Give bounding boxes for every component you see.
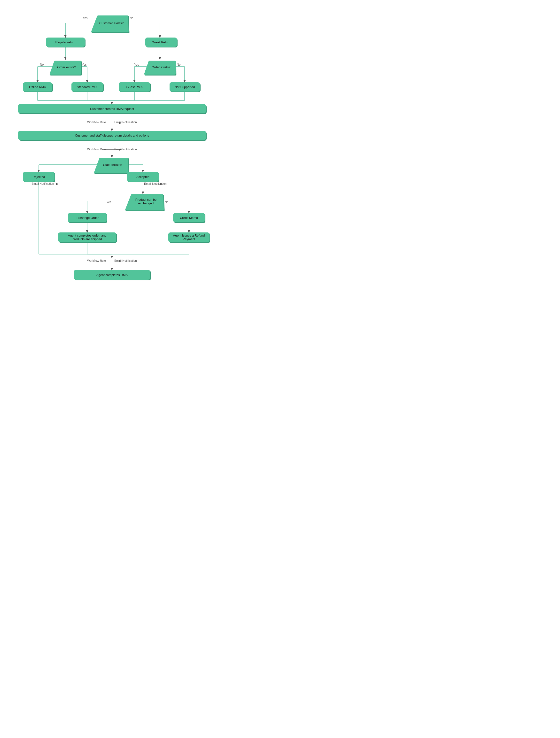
order-exists-right-diamond: Order exists? xyxy=(147,60,176,74)
no-label-order-right: No xyxy=(177,63,181,66)
credit-memo-node: Credit Memo xyxy=(173,213,205,222)
email-notification-2-label: Email Notification xyxy=(114,148,137,151)
no-label-exchange: No xyxy=(165,201,168,204)
no-label-order-left: No xyxy=(40,63,44,66)
email-notification-3-label: Email Notification xyxy=(114,259,137,263)
workflow-rule-3-label: Workflow Rule xyxy=(87,259,106,263)
agent-completes-order-node: Agent completes order, and products are … xyxy=(58,233,116,242)
accepted-node: Accepted xyxy=(127,172,159,181)
flowchart: Customer exists? Yes No Regular return G… xyxy=(0,0,233,308)
workflow-rule-2-label: Workflow Rule xyxy=(87,148,106,151)
customer-staff-discuss-node: Customer and staff discuss return detail… xyxy=(18,131,206,140)
guest-rma-node: Guest RMA xyxy=(119,82,150,91)
email-notification-1-label: Email Notification xyxy=(114,120,137,124)
yes-label-customer: Yes xyxy=(83,16,88,20)
offline-rma-node: Offline RMA xyxy=(23,82,52,91)
email-notification-accepted-label: Email Notification xyxy=(144,182,167,186)
no-label-customer: No xyxy=(129,16,133,20)
rejected-node: Rejected xyxy=(23,172,54,181)
guest-return-node: Guest Return xyxy=(145,37,177,47)
yes-label-exchange: Yes xyxy=(106,201,111,204)
product-exchanged-diamond: Product can be exchanged xyxy=(128,193,164,210)
yes-label-order-right: Yes xyxy=(134,63,139,66)
yes-label-order-left: Yes xyxy=(82,63,87,66)
customer-creates-rma-node: Customer creates RMA request xyxy=(18,104,206,113)
regular-return-node: Regular return xyxy=(46,37,85,47)
standard-rma-node: Standard RMA xyxy=(71,82,103,91)
email-notification-rejected-label: Email Notification xyxy=(31,182,54,186)
staff-decision-diamond: Staff decision xyxy=(97,157,128,172)
order-exists-left-diamond: Order exists? xyxy=(52,60,81,74)
customer-exists-diamond: Customer exists? xyxy=(94,15,128,31)
exchange-order-node: Exchange Order xyxy=(68,213,106,222)
not-supported-node: Not Supported xyxy=(170,82,200,91)
agent-issues-refund-node: Agent issues a Refund Payment xyxy=(168,233,210,242)
workflow-rule-1-label: Workflow Rule xyxy=(87,120,106,124)
agent-completes-rma-node: Agent completes RMA xyxy=(74,270,150,280)
